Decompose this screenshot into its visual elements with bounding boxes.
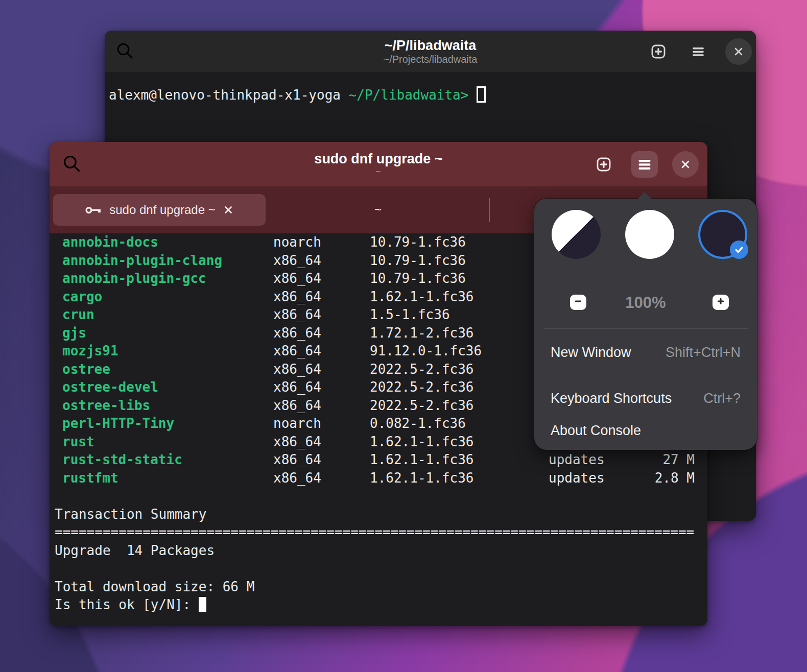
search-icon [114, 54, 135, 62]
package-name: rust-std-static [62, 451, 182, 469]
search-icon [61, 167, 82, 176]
package-version: 10.79-1.fc36 [370, 252, 466, 270]
new-tab-icon [649, 42, 668, 61]
package-version: 1.5-1.fc36 [370, 306, 450, 324]
new-tab-icon [595, 155, 613, 174]
package-name: annobin-docs [62, 233, 158, 252]
package-version: 91.12.0-1.fc36 [370, 342, 482, 361]
upgrade-count-line: Upgrade 14 Packages [50, 542, 707, 560]
package-name: crun [62, 306, 94, 324]
tab-home[interactable]: ~ [266, 194, 490, 226]
summary-separator: ========================================… [50, 523, 707, 542]
package-arch: x86_64 [273, 378, 321, 397]
window-subtitle: ~ [376, 166, 381, 178]
package-version: 0.082-1.fc36 [370, 415, 466, 433]
package-row: rustfmt x86_64 1.62.1-1.fc36 updates 2.8… [50, 469, 707, 488]
new-tab-button[interactable] [645, 38, 672, 65]
close-icon [732, 45, 745, 58]
package-repo: updates [549, 469, 605, 488]
menu-item-label: About Console [551, 423, 641, 439]
package-name: ostree [62, 361, 110, 379]
close-window-button[interactable] [725, 38, 752, 65]
theme-light-button[interactable] [625, 210, 674, 259]
menu-item-label: New Window [551, 345, 631, 361]
package-size: 27 M [662, 451, 695, 469]
foreground-window-headerbar: sudo dnf upgrade ~ ~ [50, 142, 707, 186]
transaction-summary-heading: Transaction Summary [50, 506, 707, 524]
key-icon [85, 205, 102, 215]
package-repo: updates [549, 451, 605, 469]
package-name: annobin-plugin-clang [62, 252, 222, 270]
package-version: 10.79-1.fc36 [370, 233, 466, 252]
package-version: 1.62.1-1.fc36 [370, 288, 474, 306]
package-arch: x86_64 [273, 397, 321, 415]
hamburger-menu-icon [636, 156, 653, 173]
package-name: rust [62, 433, 94, 451]
package-name: gjs [62, 324, 86, 343]
package-size: 2.8 M [655, 469, 695, 488]
package-arch: x86_64 [273, 288, 321, 306]
package-arch: x86_64 [273, 433, 321, 451]
package-row: rust-std-static x86_64 1.62.1-1.fc36 upd… [50, 451, 707, 469]
tab-label: ~ [374, 203, 382, 217]
window-title: ~/P/libadwaita [385, 38, 476, 53]
package-version: 1.62.1-1.fc36 [370, 433, 474, 451]
package-arch: x86_64 [273, 252, 321, 270]
total-download-line: Total download size: 66 M [50, 578, 707, 596]
terminal-cursor [199, 597, 206, 612]
package-arch: noarch [273, 233, 321, 252]
main-menu-button[interactable] [685, 38, 711, 65]
package-arch: noarch [273, 415, 321, 433]
package-arch: x86_64 [273, 270, 321, 288]
package-name: annobin-plugin-gcc [62, 270, 206, 288]
terminal-cursor-unfocused [477, 86, 486, 103]
menu-item-shortcut: Ctrl+? [703, 391, 741, 406]
theme-dark-button-selected[interactable] [698, 210, 747, 259]
new-tab-button[interactable] [590, 151, 617, 178]
package-version: 2022.5-2.fc36 [370, 397, 474, 415]
popover-arrow [637, 192, 652, 199]
close-window-button[interactable] [672, 151, 699, 178]
package-arch: x86_64 [273, 342, 321, 361]
tab-close-button[interactable] [223, 204, 234, 215]
shell-prompt: alexm@lenovo-thinkpad-x1-yoga ~/P/libadw… [105, 86, 756, 105]
window-title: sudo dnf upgrade ~ [314, 151, 442, 166]
package-version: 1.62.1-1.fc36 [370, 451, 474, 469]
package-arch: x86_64 [273, 306, 321, 324]
package-name: ostree-libs [62, 397, 150, 415]
hamburger-menu-icon [690, 43, 706, 60]
plus-icon [716, 297, 725, 308]
tab-sudo-dnf-upgrade[interactable]: sudo dnf upgrade ~ [53, 194, 266, 226]
window-subtitle: ~/Projects/libadwaita [384, 53, 478, 65]
package-arch: x86_64 [273, 469, 321, 488]
package-name: ostree-devel [62, 378, 158, 397]
menu-item-about-console[interactable]: About Console [542, 415, 749, 446]
selected-check-icon [730, 241, 748, 259]
menu-separator [543, 275, 748, 275]
package-name: rustfmt [62, 469, 118, 488]
theme-selector [534, 210, 757, 259]
main-menu-button-open[interactable] [631, 151, 658, 178]
close-icon [679, 158, 692, 171]
menu-item-keyboard-shortcuts[interactable]: Keyboard Shortcuts Ctrl+? [542, 382, 749, 414]
menu-item-new-window[interactable]: New Window Shift+Ctrl+N [542, 337, 749, 368]
package-arch: x86_64 [273, 451, 321, 469]
zoom-in-button[interactable] [713, 295, 729, 310]
menu-separator [543, 375, 748, 375]
package-name: mozjs91 [62, 342, 118, 361]
desktop-wallpaper: ~/P/libadwaita ~/Projects/libadwaita ale [0, 0, 807, 672]
package-version: 10.79-1.fc36 [370, 270, 466, 288]
package-version: 2022.5-2.fc36 [370, 378, 474, 397]
search-button[interactable] [114, 40, 135, 63]
menu-item-label: Keyboard Shortcuts [551, 391, 672, 406]
menu-separator [543, 328, 748, 329]
background-window-headerbar: ~/P/libadwaita ~/Projects/libadwaita [105, 31, 756, 73]
main-menu-popover: 100% New Window Shift+Ctrl+N Keyboard Sh… [534, 199, 757, 450]
package-version: 1.62.1-1.fc36 [370, 469, 474, 488]
theme-follow-system-button[interactable] [552, 210, 601, 259]
tab-label: sudo dnf upgrade ~ [109, 203, 216, 217]
confirm-prompt-line: Is this ok [y/N]: [50, 596, 707, 614]
package-name: cargo [62, 288, 102, 306]
search-button[interactable] [61, 153, 82, 176]
package-version: 1.72.1-2.fc36 [370, 324, 474, 343]
